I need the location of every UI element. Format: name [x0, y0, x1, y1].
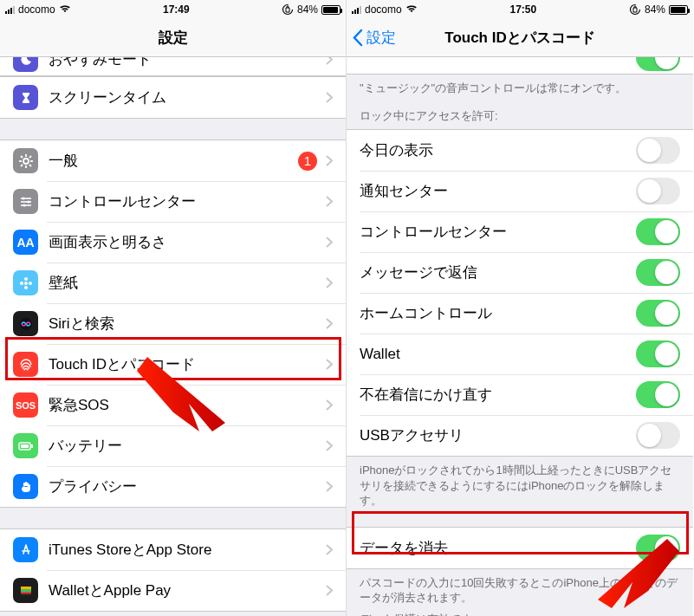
svg-point-19	[20, 282, 23, 285]
row-label: データを消去	[360, 538, 636, 558]
fingerprint-icon	[13, 352, 38, 377]
toggle-switch[interactable]	[636, 340, 680, 367]
moon-icon	[13, 57, 38, 72]
toggle-row-home-control[interactable]: ホームコントロール	[347, 293, 693, 334]
toggle-row-reply-with-message[interactable]: メッセージで返信	[347, 252, 693, 293]
carrier-label: docomo	[18, 3, 55, 16]
chevron-right-icon	[326, 585, 333, 596]
row-label: コントロールセンター	[360, 222, 636, 242]
back-label: 設定	[366, 28, 396, 48]
svg-point-14	[27, 200, 29, 203]
settings-row-itunes[interactable]: iTunes StoreとApp Store	[0, 529, 346, 570]
settings-row-battery[interactable]: バッテリー	[0, 425, 346, 466]
svg-rect-28	[21, 589, 31, 592]
aa-icon: AA	[13, 230, 38, 255]
battery-icon	[321, 5, 341, 15]
settings-row-control-center[interactable]: コントロールセンター	[0, 181, 346, 222]
row-label: USBアクセサリ	[360, 425, 636, 445]
toggle-row-today-view[interactable]: 今日の表示	[347, 130, 693, 171]
chevron-right-icon	[326, 481, 333, 492]
row-label: 画面表示と明るさ	[49, 232, 326, 252]
settings-row-touch-id[interactable]: Touch IDとパスコード	[0, 344, 346, 385]
settings-row-privacy[interactable]: プライバシー	[0, 466, 346, 507]
toggle-row-usb-accessories[interactable]: USBアクセサリ	[347, 415, 693, 456]
toggle-switch[interactable]	[636, 381, 680, 408]
toggle-switch[interactable]	[636, 57, 680, 71]
hand-icon	[13, 474, 38, 499]
row-label: Touch IDとパスコード	[49, 354, 326, 374]
toggle-switch[interactable]	[636, 218, 680, 245]
settings-row-general[interactable]: 一般1	[0, 140, 346, 181]
status-bar: docomo 17:49 84%	[0, 0, 346, 19]
row-label: Siriと検索	[49, 314, 326, 334]
toggle-switch[interactable]	[636, 178, 680, 204]
svg-rect-27	[21, 587, 31, 589]
settings-row-do-not-disturb[interactable]: おやすみモード	[0, 57, 346, 76]
toggle-row-return-missed-calls[interactable]: 不在着信にかけ直す	[347, 374, 693, 415]
svg-line-6	[21, 156, 23, 158]
footer-erase: パスコードの入力に10回失敗するとこのiPhone上のすべてのデータが消去されま…	[347, 569, 693, 612]
wifi-icon	[405, 3, 418, 16]
settings-row-wallet[interactable]: WalletとApple Pay	[0, 570, 346, 611]
svg-point-17	[24, 277, 28, 281]
settings-row-screen-time[interactable]: スクリーンタイム	[0, 77, 346, 118]
nav-title: Touch IDとパスコード	[444, 28, 594, 48]
row-label: 通知センター	[360, 181, 636, 201]
footer-usb: iPhoneがロックされてから1時間以上経ったときにUSBアクセサリを接続できる…	[347, 457, 693, 515]
toggle-row-notification-center[interactable]: 通知センター	[347, 171, 693, 211]
svg-rect-23	[31, 444, 33, 448]
chevron-right-icon	[326, 196, 333, 207]
toggle-switch[interactable]	[636, 300, 680, 327]
svg-rect-29	[21, 592, 31, 593]
row-label: iTunes StoreとApp Store	[49, 540, 326, 560]
row-label: メッセージで返信	[360, 263, 636, 282]
appstore-icon	[13, 537, 38, 562]
chevron-right-icon	[326, 277, 333, 289]
siri-icon	[13, 311, 38, 336]
back-button[interactable]: 設定	[352, 19, 396, 56]
toggle-switch[interactable]	[636, 422, 680, 449]
battery-icon	[669, 5, 688, 15]
toggle-row-erase-data[interactable]: データを消去	[347, 528, 693, 568]
row-label: おやすみモード	[49, 57, 326, 69]
screen-touchid-passcode: docomo 17:50 84% 設定 Touch IDとパスコード	[347, 0, 693, 616]
row-label: コントロールセンター	[49, 191, 326, 211]
row-label: 一般	[49, 151, 298, 171]
settings-row-display[interactable]: AA画面表示と明るさ	[0, 222, 346, 263]
settings-row-wallpaper[interactable]: 壁紙	[0, 263, 346, 303]
chevron-right-icon	[326, 155, 333, 166]
row-label: バッテリー	[49, 436, 326, 456]
svg-point-18	[24, 286, 28, 289]
orientation-lock-icon	[629, 3, 641, 16]
settings-row-siri[interactable]: Siriと検索	[0, 303, 346, 344]
toggle-switch[interactable]	[636, 535, 680, 561]
toggle-row-control-center[interactable]: コントロールセンター	[347, 211, 693, 252]
svg-rect-24	[21, 444, 29, 448]
svg-point-13	[22, 197, 24, 199]
settings-row-sos[interactable]: SOS緊急SOS	[0, 385, 346, 425]
toggle-row-voice-control[interactable]	[347, 57, 693, 75]
hourglass-icon	[13, 85, 38, 110]
svg-line-9	[21, 165, 23, 166]
sos-icon: SOS	[13, 392, 38, 418]
toggle-switch[interactable]	[636, 259, 680, 286]
row-label: 不在着信にかけ直す	[360, 385, 636, 405]
wifi-icon	[59, 3, 71, 16]
battery-icon	[13, 433, 38, 458]
chevron-right-icon	[326, 440, 333, 451]
toggle-switch[interactable]	[636, 137, 680, 164]
chevron-right-icon	[326, 359, 333, 370]
svg-point-15	[23, 204, 25, 206]
row-label: スクリーンタイム	[49, 88, 326, 107]
chevron-right-icon	[326, 237, 333, 248]
chevron-right-icon	[326, 318, 333, 329]
svg-point-16	[24, 282, 28, 285]
status-time: 17:50	[509, 3, 536, 16]
toggle-row-wallet[interactable]: Wallet	[347, 334, 693, 374]
signal-icon	[352, 5, 361, 14]
carrier-label: docomo	[365, 3, 402, 16]
status-time: 17:49	[163, 3, 190, 16]
status-bar: docomo 17:50 84%	[347, 0, 693, 19]
chevron-right-icon	[326, 399, 333, 411]
nav-bar: 設定 Touch IDとパスコード	[347, 19, 693, 57]
